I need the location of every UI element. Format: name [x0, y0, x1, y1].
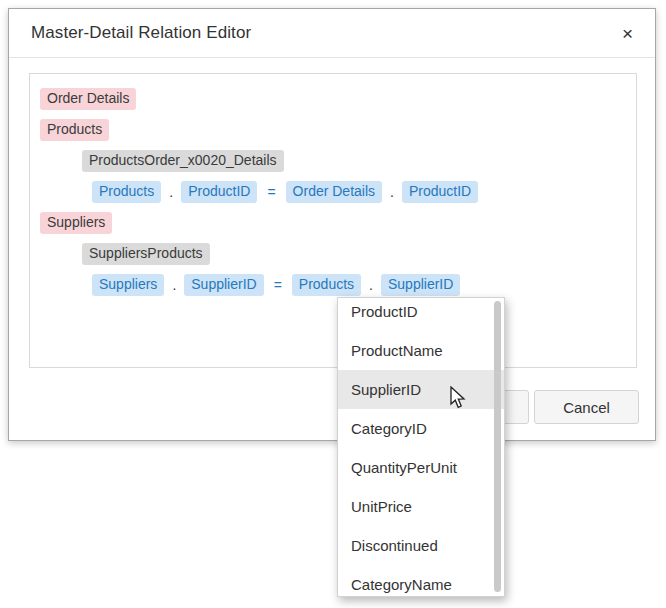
dropdown-item[interactable]: CategoryID [338, 409, 504, 448]
table-badge[interactable]: Products [40, 119, 109, 141]
field-badge[interactable]: ProductID [402, 181, 478, 203]
relation-badge[interactable]: ProductsOrder_x0020_Details [82, 150, 284, 172]
dot-separator: . [390, 184, 394, 200]
table-badge[interactable]: Suppliers [40, 212, 112, 234]
dropdown-item[interactable]: UnitPrice [338, 487, 504, 526]
field-badge[interactable]: SupplierID [184, 274, 263, 296]
field-table-badge[interactable]: Suppliers [92, 274, 164, 296]
dropdown-item[interactable]: ProductName [338, 331, 504, 370]
tree-row-table: Suppliers [40, 212, 626, 234]
relation-tree-panel: Order Details Products ProductsOrder_x00… [29, 73, 637, 368]
master-detail-relation-editor-dialog: Master-Detail Relation Editor × Order De… [8, 8, 656, 441]
field-badge[interactable]: ProductID [181, 181, 257, 203]
field-table-badge[interactable]: Products [292, 274, 361, 296]
tree-row-equation: Products . ProductID = Order Details . P… [92, 181, 626, 203]
dialog-header: Master-Detail Relation Editor × [9, 9, 655, 58]
field-badge[interactable]: SupplierID [381, 274, 460, 296]
tree-row-relation: SuppliersProducts [82, 243, 626, 265]
cancel-button[interactable]: Cancel [534, 390, 639, 424]
dot-separator: . [172, 277, 176, 293]
table-badge[interactable]: Order Details [40, 88, 136, 110]
tree-row-table: Order Details [40, 88, 626, 110]
tree-row-relation: ProductsOrder_x0020_Details [82, 150, 626, 172]
dot-separator: . [169, 184, 173, 200]
relation-badge[interactable]: SuppliersProducts [82, 243, 210, 265]
dropdown-item-highlighted[interactable]: SupplierID [338, 370, 504, 409]
field-table-badge[interactable]: Order Details [286, 181, 382, 203]
field-dropdown-list: ProductID ProductName SupplierID Categor… [337, 297, 505, 597]
dot-separator: . [369, 277, 373, 293]
dropdown-item[interactable]: Discontinued [338, 526, 504, 565]
tree-row-equation: Suppliers . SupplierID = Products . Supp… [92, 274, 626, 296]
dropdown-item[interactable]: QuantityPerUnit [338, 448, 504, 487]
dropdown-item[interactable]: ProductID [338, 297, 504, 331]
equals-sign: = [274, 277, 282, 293]
tree-row-table: Products [40, 119, 626, 141]
close-icon[interactable]: × [614, 22, 641, 45]
dropdown-item[interactable]: CategoryName [338, 565, 504, 597]
scrollbar-thumb[interactable] [494, 301, 501, 592]
dropdown-items-container: ProductID ProductName SupplierID Categor… [338, 297, 504, 597]
dialog-title: Master-Detail Relation Editor [31, 23, 614, 43]
equals-sign: = [267, 184, 275, 200]
field-table-badge[interactable]: Products [92, 181, 161, 203]
